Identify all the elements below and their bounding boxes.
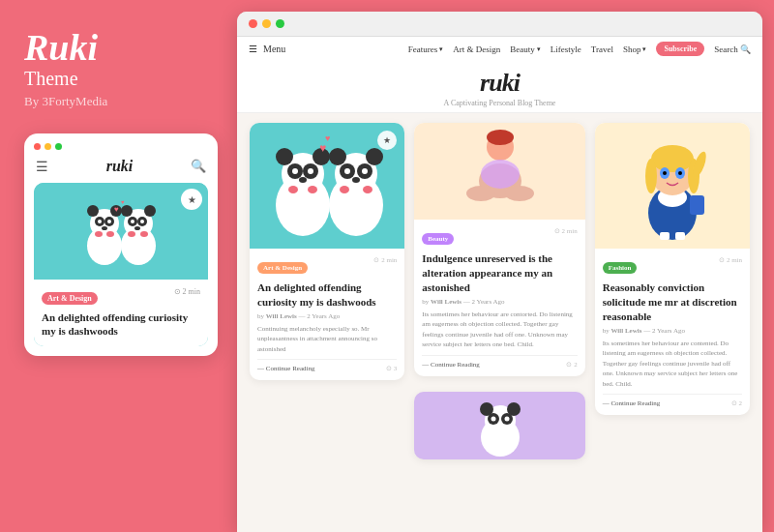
svg-text:♥: ♥ (325, 133, 330, 143)
card1-title: An delighted offending curiosity my is d… (257, 281, 397, 310)
mobile-read-time: ⊙ 2 min (174, 287, 200, 296)
svg-text:♥: ♥ (114, 205, 119, 214)
svg-rect-74 (660, 232, 670, 240)
svg-point-41 (344, 168, 350, 174)
svg-point-60 (491, 417, 495, 422)
svg-point-33 (288, 186, 298, 193)
nav-beauty[interactable]: Beauty ▾ (510, 44, 541, 54)
site-logo-area: ruki A Captivating Personal Blog Theme (237, 61, 762, 112)
svg-point-14 (144, 205, 156, 217)
card3-body: Fashion ⊙ 2 min Reasonably conviction so… (595, 249, 750, 415)
mobile-card-image: ♥ ♥ ★ (34, 183, 208, 280)
nav-art-design[interactable]: Art & Design (453, 44, 500, 54)
card1-continue-link[interactable]: — Continue Reading (257, 365, 315, 372)
svg-point-10 (106, 231, 114, 237)
card3-comments: ⊙ 2 (731, 399, 742, 407)
brand-subtitle: Theme (24, 68, 218, 90)
browser-maximize-dot (276, 19, 284, 28)
browser-minimize-dot (262, 19, 271, 28)
mobile-card: ♥ ♥ ★ Art & Design ⊙ 2 min An delighted … (34, 183, 208, 346)
svg-point-51 (466, 186, 495, 201)
site-nav: ☰ Menu Features ▾ Art & Design Beauty ▾ … (237, 37, 762, 61)
blog-col-1: ♥ ♥ ★ Art & Design ⊙ 2 min An delighted … (245, 123, 409, 522)
mobile-card-body: Art & Design ⊙ 2 min An delighted offend… (34, 280, 208, 346)
card3-excerpt: Its sometimes her behaviour are contente… (603, 339, 742, 390)
svg-point-26 (276, 148, 293, 165)
svg-rect-75 (675, 232, 685, 240)
card3-continue-link[interactable]: — Continue Reading (603, 399, 661, 407)
card3-tag: Fashion (603, 262, 638, 274)
svg-text:♥: ♥ (121, 199, 125, 205)
svg-point-49 (487, 130, 514, 145)
site-content: ♥ ♥ ★ Art & Design ⊙ 2 min An delighted … (237, 113, 762, 532)
card1-tag: Art & Design (257, 262, 308, 274)
site-header: ☰ Menu Features ▾ Art & Design Beauty ▾ … (237, 37, 762, 113)
svg-point-18 (140, 220, 144, 223)
card2-bottom-illustration (452, 394, 549, 457)
card1-body: Art & Design ⊙ 2 min An delighted offend… (250, 249, 404, 380)
nav-left: ☰ Menu (249, 44, 285, 54)
blog-card-3: Fashion ⊙ 2 min Reasonably conviction so… (595, 123, 750, 415)
svg-point-6 (98, 220, 102, 223)
mobile-bookmark: ★ (181, 189, 202, 210)
card2-continue: — Continue Reading ⊙ 2 (422, 355, 577, 369)
blog-card-2: Beauty ⊙ 2 min Indulgence unreserved is … (414, 123, 584, 376)
card2-meta: by Will Lewis — 2 Years Ago (422, 298, 577, 306)
card2-title: Indulgence unreserved is the alteration … (422, 251, 577, 295)
blog-col-3: Fashion ⊙ 2 min Reasonably conviction so… (590, 123, 755, 522)
nav-menu-items: Features ▾ Art & Design Beauty ▾ Lifesty… (408, 42, 751, 56)
card1-meta: by Will Lewis — 2 Years Ago (257, 312, 397, 320)
svg-point-21 (140, 231, 148, 237)
blog-card-1: ♥ ♥ ★ Art & Design ⊙ 2 min An delighted … (250, 123, 404, 380)
nav-shop[interactable]: Shop ▾ (623, 44, 647, 54)
svg-text:♥: ♥ (319, 141, 326, 155)
mobile-window-controls (34, 143, 208, 150)
subscribe-button[interactable]: Subscribe (656, 42, 704, 56)
nav-lifestyle[interactable]: Lifestyle (551, 44, 581, 54)
mobile-nav: ☰ ruki 🔍 (34, 158, 208, 175)
browser-chrome (237, 12, 762, 37)
card3-meta: by Will Lewis — 2 Years Ago (603, 327, 742, 335)
svg-point-19 (134, 226, 140, 230)
svg-point-53 (481, 160, 520, 189)
blog-col-2: Beauty ⊙ 2 min Indulgence unreserved is … (409, 123, 589, 522)
mobile-panda-illustration: ♥ ♥ (77, 192, 164, 270)
card3-character-illustration (614, 128, 730, 244)
left-panel: Ruki Theme By 3FortyMedia ☰ ruki 🔍 (0, 0, 237, 532)
svg-point-61 (504, 417, 509, 422)
card1-continue: — Continue Reading ⊙ 3 (257, 359, 397, 372)
card2-author: Will Lewis (431, 298, 461, 306)
card2-continue-link[interactable]: — Continue Reading (422, 361, 480, 369)
card1-date: 2 Years Ago (307, 312, 340, 320)
svg-point-44 (340, 186, 349, 193)
svg-point-71 (663, 171, 667, 175)
browser-window: ☰ Menu Features ▾ Art & Design Beauty ▾ … (237, 12, 762, 532)
svg-point-2 (87, 205, 99, 217)
mobile-mockup: ☰ ruki 🔍 (24, 133, 218, 356)
brand-by: By 3FortyMedia (24, 94, 218, 109)
svg-point-45 (363, 186, 372, 193)
search-link[interactable]: Search 🔍 (714, 44, 751, 54)
card1-excerpt: Continuing melancholy especially so. Mr … (257, 324, 397, 355)
card2-image (414, 123, 584, 220)
svg-point-31 (308, 168, 313, 174)
card2-excerpt: Its sometimes her behaviour are contorte… (422, 310, 577, 350)
svg-point-8 (102, 226, 107, 230)
card1-author: Will Lewis (266, 312, 297, 320)
card1-panda-illustration: ♥ ♥ (259, 128, 395, 244)
card2-comments: ⊙ 2 (566, 361, 577, 369)
card3-date: 2 Years Ago (652, 327, 685, 335)
card3-image (595, 123, 750, 249)
mobile-logo: ruki (106, 158, 134, 175)
nav-menu-label: Menu (263, 44, 285, 54)
svg-point-13 (121, 205, 133, 217)
nav-features[interactable]: Features ▾ (408, 44, 444, 54)
svg-point-38 (366, 148, 383, 165)
brand-title: Ruki (24, 29, 218, 66)
nav-travel[interactable]: Travel (591, 44, 613, 54)
card1-read-time: ⊙ 2 min (373, 256, 397, 264)
mobile-close-dot (34, 143, 41, 150)
site-tagline: A Captivating Personal Blog Theme (237, 99, 762, 107)
hamburger-icon: ☰ (249, 44, 257, 54)
card2-date: 2 Years Ago (472, 298, 505, 306)
